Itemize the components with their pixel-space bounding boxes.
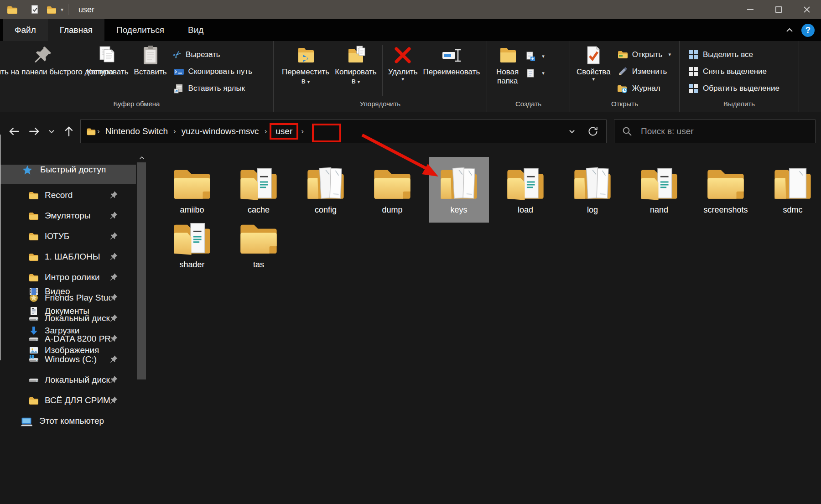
folder-icon: [638, 162, 681, 205]
breadcrumb-user-highlighted[interactable]: user: [270, 123, 298, 140]
ribbon-group-create: Новаяпапка ▾ ▾ Создать: [487, 41, 570, 112]
pin-icon: [109, 211, 118, 220]
sidebar-item-icon: [28, 210, 39, 221]
sidebar-item[interactable]: Локальный диск: [0, 369, 136, 390]
close-button[interactable]: [793, 0, 821, 19]
sidebar-item-this-pc[interactable]: Этот компьютер: [0, 411, 136, 432]
sidebar-item-icon: [28, 286, 39, 297]
folder-name: nand: [650, 205, 668, 215]
new-item-button[interactable]: ▾: [521, 48, 548, 65]
sidebar-item-quick-access[interactable]: Быстрый доступ: [0, 165, 136, 184]
back-button[interactable]: [5, 123, 23, 140]
folder-icon: [171, 217, 213, 260]
delete-button[interactable]: Удалить▾: [385, 43, 421, 82]
tab-share[interactable]: Поделиться: [104, 19, 176, 41]
paste-button[interactable]: Вставить: [131, 43, 170, 78]
sidebar-item[interactable]: ВСЁ ДЛЯ СРИМА: [0, 390, 136, 410]
pin-icon: [109, 191, 118, 199]
address-dropdown-caret-icon[interactable]: [568, 127, 576, 135]
sidebar-item-label: ВСЁ ДЛЯ СРИМА: [45, 395, 110, 405]
search-input[interactable]: [640, 126, 808, 137]
folder-name: config: [315, 205, 337, 215]
help-button[interactable]: ?: [801, 24, 815, 37]
open-button[interactable]: Открыть ▾: [613, 46, 675, 63]
pin-to-quick-access-button[interactable]: Закрепить на панели быстрого доступа: [1, 43, 84, 78]
folder-icon: [704, 162, 747, 205]
tab-home[interactable]: Главная: [48, 19, 104, 41]
sidebar-scrollbar-up-icon[interactable]: [137, 154, 147, 161]
easy-access-icon: [525, 68, 536, 79]
sidebar-scrollbar-thumb[interactable]: [137, 162, 146, 379]
select-all-icon: [688, 49, 699, 60]
tab-file[interactable]: Файл: [3, 19, 48, 41]
group-label-create: Создать: [487, 98, 570, 112]
sidebar-item-label: Этот компьютер: [39, 416, 104, 426]
up-button[interactable]: [60, 123, 78, 140]
invert-selection-button[interactable]: Обратить выделение: [684, 80, 783, 97]
titlebar-divider: [68, 4, 68, 15]
sidebar-item[interactable]: Эмуляторы: [0, 205, 136, 226]
sidebar-item-label: Документы: [45, 306, 110, 316]
search-box[interactable]: [614, 120, 816, 143]
sidebar-item[interactable]: Видео: [0, 281, 136, 301]
this-pc-icon: [20, 416, 33, 428]
minimize-button[interactable]: [736, 0, 764, 19]
quick-access-properties-icon[interactable]: [30, 5, 40, 15]
folder-tile[interactable]: sdmc: [763, 157, 821, 223]
folder-tile[interactable]: config: [296, 157, 356, 223]
folder-tile[interactable]: tas: [229, 212, 289, 277]
folder-tile[interactable]: shader: [162, 212, 222, 277]
folder-icon: [304, 162, 347, 205]
rename-button[interactable]: Переименовать: [421, 43, 483, 78]
folder-tile[interactable]: log: [562, 157, 623, 223]
copy-button[interactable]: Копировать: [84, 43, 131, 78]
sidebar-item[interactable]: 1. ШАБЛОНЫ: [0, 246, 136, 267]
folder-tile[interactable]: load: [495, 157, 556, 223]
select-all-button[interactable]: Выделить все: [684, 46, 783, 63]
folder-icon: [571, 162, 614, 205]
sidebar-item[interactable]: Record: [0, 185, 136, 205]
sidebar-item[interactable]: ЮТУБ: [0, 226, 136, 246]
quick-access-new-folder-icon[interactable]: [46, 4, 57, 15]
ribbon-group-clipboard: Закрепить на панели быстрого доступа Коп…: [0, 41, 274, 112]
maximize-button[interactable]: [764, 0, 793, 19]
quick-access-toolbar-caret-icon[interactable]: ▾: [61, 6, 63, 13]
folder-tile[interactable]: screenshots: [696, 157, 756, 223]
copy-path-icon: [173, 66, 184, 77]
collapse-ribbon-icon[interactable]: [785, 26, 794, 35]
folder-tile[interactable]: nand: [629, 157, 689, 223]
sidebar-item-label: Интро ролики: [45, 272, 110, 282]
folder-icon: [371, 162, 414, 205]
sidebar-item-icon: [28, 231, 39, 242]
edit-button[interactable]: Изменить: [613, 63, 675, 80]
breadcrumb-nintendo-switch[interactable]: Nintendo Switch: [101, 126, 172, 136]
sidebar-item-icon: [28, 272, 39, 283]
breadcrumb-yuzu-windows-msvc[interactable]: yuzu-windows-msvc: [177, 126, 264, 136]
sidebar-item-icon: [28, 325, 39, 336]
address-bar[interactable]: › Nintendo Switch › yuzu-windows-msvc › …: [80, 120, 607, 143]
history-button[interactable]: Журнал: [613, 80, 675, 97]
sidebar-item[interactable]: Изображения: [0, 340, 136, 360]
select-none-button[interactable]: Снять выделение: [684, 63, 783, 80]
easy-access-button[interactable]: ▾: [521, 65, 548, 82]
refresh-icon[interactable]: [587, 125, 599, 137]
cut-button[interactable]: ✂ Вырезать: [170, 46, 256, 63]
edit-pencil-icon: [617, 66, 628, 77]
forward-button[interactable]: [26, 123, 43, 140]
tab-view[interactable]: Вид: [176, 19, 215, 41]
properties-button[interactable]: Свойства▾: [574, 43, 613, 82]
move-to-button[interactable]: Переместитьв▾: [279, 43, 332, 87]
sidebar-item[interactable]: Загрузки: [0, 321, 136, 340]
new-folder-button[interactable]: Новаяпапка: [494, 43, 521, 87]
sidebar-item[interactable]: Документы: [0, 301, 136, 321]
paste-shortcut-button[interactable]: Вставить ярлык: [170, 80, 256, 97]
folder-tile[interactable]: dump: [362, 157, 422, 223]
sidebar-item-label: Загрузки: [45, 326, 110, 336]
copy-path-button[interactable]: Скопировать путь: [170, 63, 256, 80]
open-folder-icon: [617, 49, 628, 60]
folder-tile-selected[interactable]: keys: [429, 157, 489, 223]
copy-to-button[interactable]: Копироватьв▾: [332, 43, 379, 87]
recent-locations-caret-icon[interactable]: [46, 125, 57, 137]
folder-icon: [237, 217, 280, 260]
titlebar-divider: [23, 4, 23, 15]
